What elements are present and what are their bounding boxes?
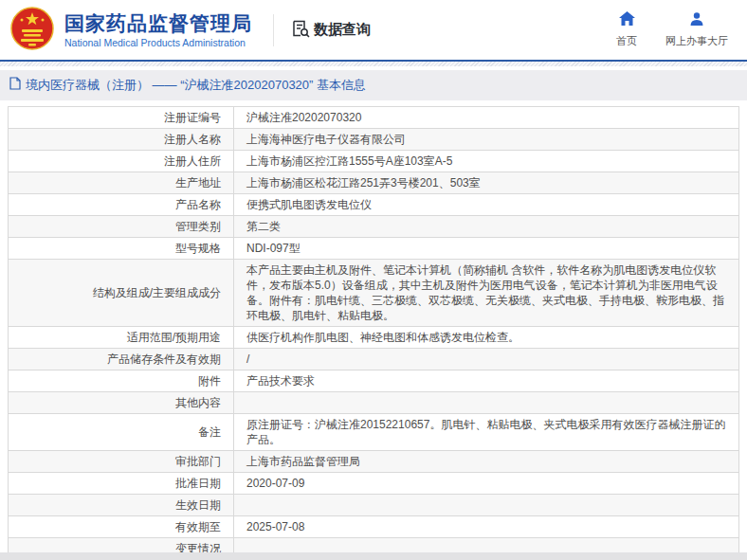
row-label-text: 注册人名称	[164, 133, 221, 146]
row-label: 有效期至	[9, 516, 234, 538]
org-name-en: National Medical Products Administration	[64, 37, 252, 48]
table-row: 附件 产品技术要求	[9, 370, 739, 392]
header-divider	[273, 14, 274, 46]
nav-item-service-hall[interactable]: 网上办事大厅	[665, 11, 728, 48]
row-value: 第二类	[234, 216, 739, 238]
row-label: 附件	[9, 370, 234, 392]
row-label-text: 注册证编号	[164, 111, 221, 124]
document-search-icon	[291, 19, 310, 42]
row-value	[234, 495, 739, 516]
row-value: 上海市杨浦区松花江路251弄3号楼201、503室	[234, 172, 739, 194]
table-row: 生效日期	[9, 495, 739, 516]
row-label-text: 产品名称	[175, 198, 221, 211]
table-row: 批准日期 2020-07-09	[9, 473, 739, 495]
site-header: 国家药品监督管理局 National Medical Products Admi…	[0, 0, 747, 60]
row-label: 型号规格	[9, 238, 234, 260]
nav-home-label: 首页	[616, 34, 637, 48]
row-label: 注册人住所	[9, 151, 234, 172]
row-label-text: 型号规格	[175, 242, 221, 255]
national-emblem-icon	[9, 5, 55, 56]
table-row: 其他内容	[9, 392, 739, 414]
table-row: 备注 原注册证号：沪械注准20152210657。肌电针、粘贴电极、夹式电极采用…	[9, 414, 739, 451]
row-label: 产品储存条件及有效期	[9, 349, 234, 370]
home-icon	[619, 11, 635, 30]
breadcrumb-text: 境内医疗器械（注册） —— “沪械注准20202070320” 基本信息	[26, 77, 366, 94]
row-label: 审批部门	[9, 451, 234, 473]
row-label: 生效日期	[9, 495, 234, 516]
row-label: 生产地址	[9, 172, 234, 194]
row-label: 结构及组成/主要组成成分	[9, 260, 234, 327]
table-row: 注册人住所 上海市杨浦区控江路1555号A座103室A-5	[9, 151, 739, 172]
row-value: NDI-097型	[234, 238, 739, 260]
row-value: 上海市杨浦区控江路1555号A座103室A-5	[234, 151, 739, 172]
row-label: 批准日期	[9, 473, 234, 495]
table-row: 注册证编号 沪械注准20202070320	[9, 107, 739, 129]
row-label-text: 批准日期	[175, 477, 221, 490]
header-hatch-strip	[0, 62, 747, 66]
table-row: 管理类别 第二类	[9, 216, 739, 238]
row-value: 2025-07-08	[234, 516, 739, 538]
row-value	[234, 392, 739, 414]
row-label-text: 审批部门	[175, 455, 221, 468]
row-label: 注册人名称	[9, 129, 234, 151]
row-value: 上海海神医疗电子仪器有限公司	[234, 129, 739, 151]
table-row: 有效期至 2025-07-08	[9, 516, 739, 538]
person-icon	[689, 11, 704, 30]
row-label: 产品名称	[9, 194, 234, 216]
table-row: 审批部门 上海市药品监督管理局	[9, 451, 739, 473]
row-label-text: 生产地址	[175, 176, 221, 190]
row-value: 沪械注准20202070320	[234, 107, 739, 129]
top-nav: 首页 网上办事大厅	[616, 11, 728, 48]
row-value: 本产品主要由主机及附件、笔记本计算机（简称辅机 含软件，软件名称为肌电图诱发电位…	[234, 260, 739, 327]
data-query-label: 数据查询	[314, 21, 371, 39]
registration-info-table: 注册证编号 沪械注准20202070320 注册人名称 上海海神医疗电子仪器有限…	[8, 106, 739, 560]
table-row: 注册人名称 上海海神医疗电子仪器有限公司	[9, 129, 739, 151]
breadcrumb: 境内医疗器械（注册） —— “沪械注准20202070320” 基本信息	[0, 70, 747, 100]
row-label: 备注	[9, 414, 234, 451]
row-label-text: 备注	[198, 425, 221, 439]
row-label: 适用范围/预期用途	[9, 327, 234, 349]
row-label-text: 附件	[198, 374, 221, 388]
row-value: 产品技术要求	[234, 370, 739, 392]
table-row: 结构及组成/主要组成成分 本产品主要由主机及附件、笔记本计算机（简称辅机 含软件…	[9, 260, 739, 327]
row-value: 供医疗机构作肌电图、神经电图和体感诱发电位检查。	[234, 327, 739, 349]
row-label: 其他内容	[9, 392, 234, 414]
table-row: 产品储存条件及有效期 /	[9, 349, 739, 370]
table-row: 型号规格 NDI-097型	[9, 238, 739, 260]
row-label: 注册证编号	[9, 107, 234, 129]
table-row: 适用范围/预期用途 供医疗机构作肌电图、神经电图和体感诱发电位检查。	[9, 327, 739, 349]
table-row: 生产地址 上海市杨浦区松花江路251弄3号楼201、503室	[9, 172, 739, 194]
row-label-text: 生效日期	[175, 498, 221, 512]
row-label-text: 结构及组成/主要组成成分	[93, 286, 221, 299]
table-row: 产品名称 便携式肌电图诱发电位仪	[9, 194, 739, 216]
row-label-text: 有效期至	[175, 520, 221, 533]
row-label: 管理类别	[9, 216, 234, 238]
row-label-text: 产品储存条件及有效期	[107, 352, 221, 366]
row-label-text: 注册人住所	[164, 154, 221, 168]
nav-item-home[interactable]: 首页	[616, 11, 637, 48]
info-table-body: 注册证编号 沪械注准20202070320 注册人名称 上海海神医疗电子仪器有限…	[9, 107, 739, 560]
footer-strip	[0, 552, 747, 560]
row-value: 2020-07-09	[234, 473, 739, 495]
row-value: 便携式肌电图诱发电位仪	[234, 194, 739, 216]
nmpa-logo-link[interactable]: 国家药品监督管理局 National Medical Products Admi…	[9, 5, 252, 56]
row-value: 上海市药品监督管理局	[234, 451, 739, 473]
registration-info-table-wrap: 注册证编号 沪械注准20202070320 注册人名称 上海海神医疗电子仪器有限…	[8, 106, 739, 560]
document-icon	[9, 77, 21, 94]
row-value: 原注册证号：沪械注准20152210657。肌电针、粘贴电极、夹式电极采用有效医…	[234, 414, 739, 451]
row-label-text: 其他内容	[175, 396, 221, 409]
row-label-text: 适用范围/预期用途	[127, 331, 221, 344]
nav-service-hall-label: 网上办事大厅	[665, 34, 728, 48]
data-query-section[interactable]: 数据查询	[291, 19, 371, 42]
org-name-cn: 国家药品监督管理局	[64, 12, 252, 35]
row-value: /	[234, 349, 739, 370]
org-title-block: 国家药品监督管理局 National Medical Products Admi…	[64, 12, 252, 48]
row-label-text: 管理类别	[175, 220, 221, 233]
